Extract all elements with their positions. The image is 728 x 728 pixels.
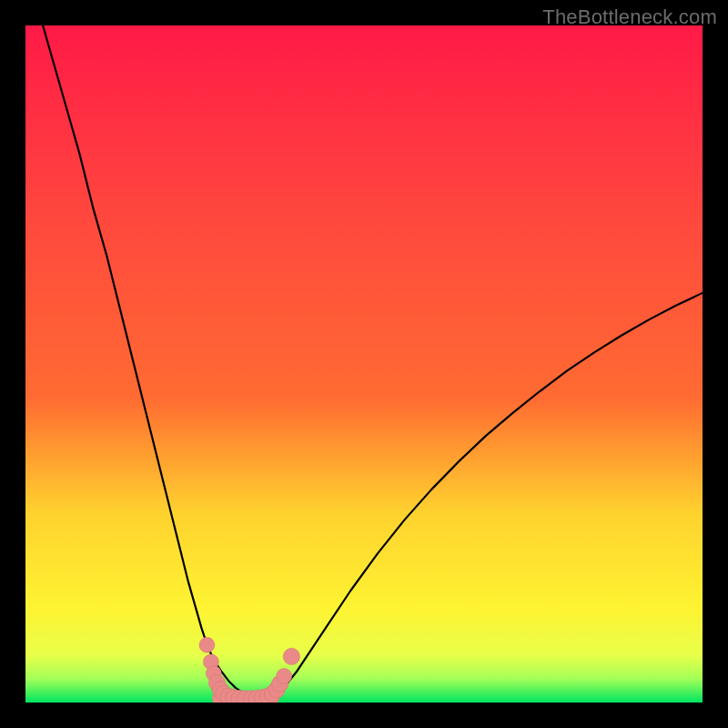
watermark-text: TheBottleneck.com bbox=[542, 5, 717, 29]
curve-marker bbox=[199, 637, 215, 652]
gradient-background bbox=[25, 25, 703, 703]
curve-marker bbox=[277, 669, 292, 684]
chart-frame: TheBottleneck.com bbox=[0, 0, 728, 728]
bottleneck-chart bbox=[25, 25, 703, 703]
curve-marker bbox=[283, 648, 299, 664]
plot-area bbox=[25, 25, 703, 703]
